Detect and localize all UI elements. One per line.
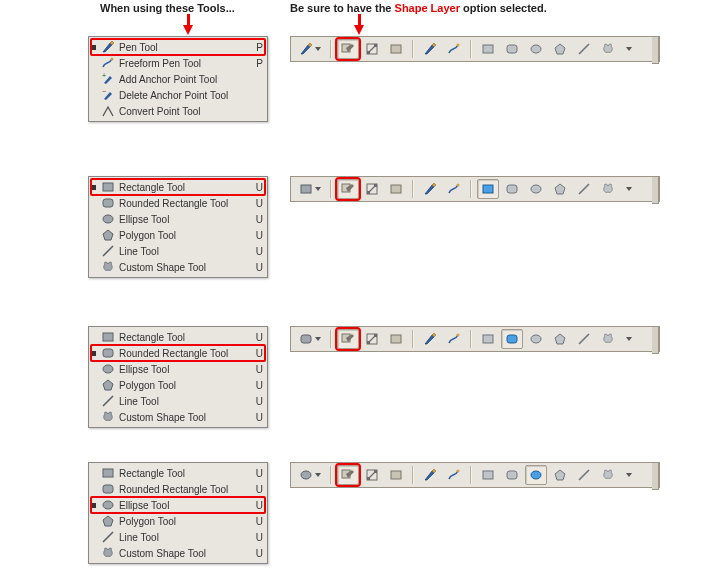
menu-item-rounded-rectangle[interactable]: Rounded Rectangle ToolU — [89, 195, 267, 211]
menu-item-line[interactable]: Line ToolU — [89, 393, 267, 409]
svg-point-28 — [531, 185, 541, 193]
pen-mode-button[interactable] — [419, 39, 441, 59]
fill-pixels-mode-button[interactable] — [385, 329, 407, 349]
menu-item-convert-point[interactable]: Convert Point Tool — [89, 103, 267, 119]
svg-rect-15 — [103, 199, 113, 207]
menu-item-rounded-rectangle[interactable]: Rounded Rectangle ToolU — [89, 481, 267, 497]
rectangle-shape-button[interactable] — [477, 329, 499, 349]
freeform-pen-mode-button[interactable] — [443, 329, 465, 349]
polygon-shape-button[interactable] — [549, 465, 571, 485]
menu-item-custom-shape[interactable]: Custom Shape ToolU — [89, 545, 267, 561]
polygon-shape-button[interactable] — [549, 39, 571, 59]
separator — [470, 180, 472, 198]
arrow-indicator-icon — [354, 25, 364, 35]
tool-preset-picker[interactable] — [295, 39, 325, 59]
menu-item-polygon[interactable]: Polygon ToolU — [89, 377, 267, 393]
custom-shape-shape-button[interactable] — [597, 465, 619, 485]
rounded-rectangle-shape-button[interactable] — [501, 39, 523, 59]
line-shape-button[interactable] — [573, 39, 595, 59]
svg-line-35 — [103, 396, 113, 406]
freeform-pen-mode-button[interactable] — [443, 465, 465, 485]
menu-item-ellipse[interactable]: Ellipse ToolU — [89, 361, 267, 377]
separator — [412, 180, 414, 198]
pen-mode-button[interactable] — [419, 329, 441, 349]
separator — [330, 466, 332, 484]
menu-item-shortcut: U — [251, 182, 263, 193]
menu-item-label: Line Tool — [119, 532, 251, 543]
tool-preset-picker[interactable] — [295, 179, 325, 199]
menu-item-line[interactable]: Line ToolU — [89, 529, 267, 545]
shape-options-dropdown[interactable] — [621, 465, 635, 485]
tool-preset-picker[interactable] — [295, 329, 325, 349]
svg-rect-57 — [374, 470, 377, 473]
freeform-pen-mode-button[interactable] — [443, 179, 465, 199]
shape-options-dropdown[interactable] — [621, 179, 635, 199]
menu-item-label: Ellipse Tool — [119, 214, 251, 225]
menu-item-rectangle[interactable]: Rectangle ToolU — [89, 179, 267, 195]
paths-mode-button[interactable] — [361, 465, 383, 485]
custom-shape-shape-button[interactable] — [597, 329, 619, 349]
pen-mode-button[interactable] — [419, 179, 441, 199]
menu-item-ellipse[interactable]: Ellipse ToolU — [89, 497, 267, 513]
separator — [412, 330, 414, 348]
menu-item-label: Line Tool — [119, 396, 251, 407]
menu-item-freeform-pen[interactable]: Freeform Pen ToolP — [89, 55, 267, 71]
tool-preset-picker[interactable] — [295, 465, 325, 485]
svg-rect-40 — [374, 334, 377, 337]
line-shape-button[interactable] — [573, 179, 595, 199]
menu-item-ellipse[interactable]: Ellipse ToolU — [89, 211, 267, 227]
ellipse-shape-button[interactable] — [525, 465, 547, 485]
custom-shape-shape-button[interactable] — [597, 39, 619, 59]
paths-mode-button[interactable] — [361, 39, 383, 59]
menu-item-delete-anchor[interactable]: −Delete Anchor Point Tool — [89, 87, 267, 103]
svg-rect-10 — [507, 45, 517, 53]
shape-options-dropdown[interactable] — [621, 39, 635, 59]
svg-line-18 — [103, 246, 113, 256]
svg-point-25 — [457, 184, 460, 187]
paths-mode-button[interactable] — [361, 329, 383, 349]
menu-item-polygon[interactable]: Polygon ToolU — [89, 513, 267, 529]
polygon-shape-button[interactable] — [549, 329, 571, 349]
rounded-rectangle-shape-button[interactable] — [501, 329, 523, 349]
menu-item-rounded-rectangle[interactable]: Rounded Rectangle ToolU — [89, 345, 267, 361]
menu-item-line[interactable]: Line ToolU — [89, 243, 267, 259]
rounded-rectangle-icon — [100, 196, 116, 210]
rectangle-shape-button[interactable] — [477, 39, 499, 59]
line-shape-button[interactable] — [573, 329, 595, 349]
freeform-pen-mode-button[interactable] — [443, 39, 465, 59]
rounded-rectangle-shape-button[interactable] — [501, 179, 523, 199]
menu-item-pen[interactable]: Pen ToolP — [89, 39, 267, 55]
svg-text:+: + — [102, 72, 106, 79]
rectangle-shape-button[interactable] — [477, 465, 499, 485]
line-shape-button[interactable] — [573, 465, 595, 485]
options-bar — [290, 462, 660, 488]
menu-item-polygon[interactable]: Polygon ToolU — [89, 227, 267, 243]
shape-layer-mode-button[interactable] — [337, 329, 359, 349]
shape-layer-mode-button[interactable] — [337, 39, 359, 59]
menu-item-rectangle[interactable]: Rectangle ToolU — [89, 465, 267, 481]
pen-mode-button[interactable] — [419, 465, 441, 485]
shape-layer-mode-button[interactable] — [337, 179, 359, 199]
rectangle-shape-button[interactable] — [477, 179, 499, 199]
tool-group: Rectangle ToolURounded Rectangle ToolUEl… — [88, 326, 268, 428]
menu-item-custom-shape[interactable]: Custom Shape ToolU — [89, 409, 267, 425]
ellipse-shape-button[interactable] — [525, 179, 547, 199]
separator — [470, 330, 472, 348]
fill-pixels-mode-button[interactable] — [385, 179, 407, 199]
ellipse-shape-button[interactable] — [525, 39, 547, 59]
svg-rect-36 — [301, 335, 311, 343]
menu-item-custom-shape[interactable]: Custom Shape ToolU — [89, 259, 267, 275]
paths-mode-button[interactable] — [361, 179, 383, 199]
fill-pixels-mode-button[interactable] — [385, 465, 407, 485]
menu-item-rectangle[interactable]: Rectangle ToolU — [89, 329, 267, 345]
separator — [470, 466, 472, 484]
shape-layer-mode-button[interactable] — [337, 465, 359, 485]
ellipse-shape-button[interactable] — [525, 329, 547, 349]
polygon-shape-button[interactable] — [549, 179, 571, 199]
rounded-rectangle-shape-button[interactable] — [501, 465, 523, 485]
custom-shape-shape-button[interactable] — [597, 179, 619, 199]
active-marker-icon — [91, 351, 96, 356]
fill-pixels-mode-button[interactable] — [385, 39, 407, 59]
menu-item-add-anchor[interactable]: +Add Anchor Point Tool — [89, 71, 267, 87]
shape-options-dropdown[interactable] — [621, 329, 635, 349]
